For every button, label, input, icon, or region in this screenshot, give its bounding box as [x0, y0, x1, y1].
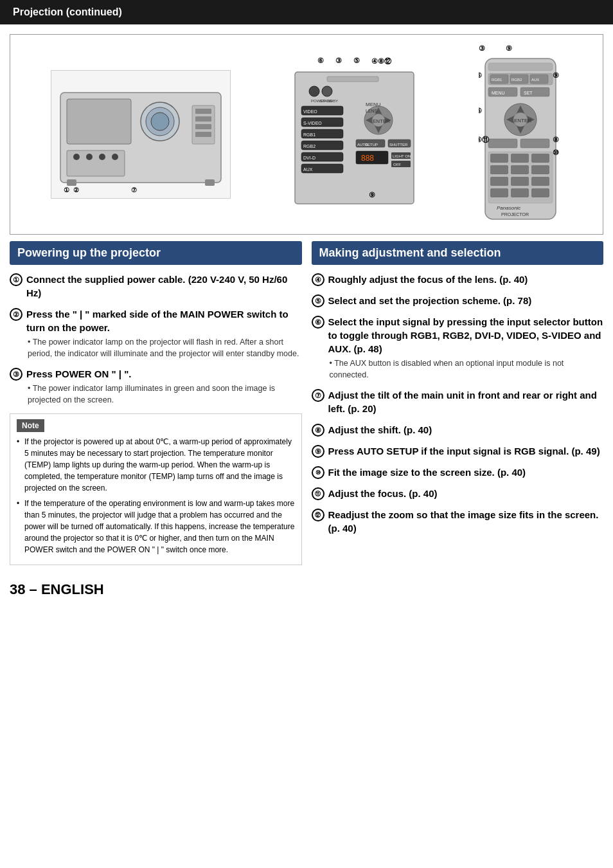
svg-text:Panasonic: Panasonic — [497, 205, 520, 211]
adj-item-10: ⑩ Fit the image size to the screen size.… — [312, 466, 604, 479]
adj-item-12: ⑫ Readjust the zoom so that the image si… — [312, 508, 604, 535]
svg-text:LENS: LENS — [366, 109, 378, 113]
svg-rect-60 — [488, 63, 553, 71]
power-item-2: ② Press the " | " marked side of the MAI… — [10, 307, 302, 359]
svg-text:⑨: ⑨ — [369, 191, 375, 199]
svg-text:MENU: MENU — [492, 91, 505, 95]
svg-text:888: 888 — [361, 154, 374, 163]
step-num-12: ⑫ — [312, 509, 324, 521]
step-num-11: ⑪ — [312, 487, 324, 500]
svg-rect-18 — [195, 124, 211, 129]
top-labels: ⑥ ③ ⑤ ④⑧⑫ — [292, 57, 417, 66]
svg-point-23 — [322, 86, 332, 96]
step-num-8: ⑧ — [312, 424, 324, 437]
step-num-1: ① — [10, 273, 22, 286]
svg-rect-79 — [488, 139, 517, 148]
svg-text:RGB2: RGB2 — [303, 144, 315, 149]
main-content: Powering up the projector ① Connect the … — [10, 241, 603, 572]
svg-rect-92 — [511, 188, 529, 197]
adj-item-7: ⑦ Adjust the tilt of the main unit in fr… — [312, 388, 604, 415]
svg-text:LIGHT ON: LIGHT ON — [393, 154, 411, 158]
step-bullet-6-0: The AUX button is disabled when an optio… — [330, 358, 604, 381]
svg-rect-83 — [511, 154, 529, 163]
note-label: Note — [17, 419, 44, 432]
svg-text:①: ① — [64, 186, 69, 194]
svg-text:PROJECTOR: PROJECTOR — [501, 212, 529, 217]
step-num-9: ⑨ — [312, 445, 324, 458]
svg-text:RGB1: RGB1 — [303, 132, 315, 137]
diagram-area: ① ② ⑦ ⑥ ③ ⑤ ④⑧⑫ POWER ON S — [10, 34, 603, 235]
powering-section: Powering up the projector ① Connect the … — [10, 241, 302, 572]
svg-rect-88 — [490, 177, 508, 186]
step-num-7: ⑦ — [312, 389, 324, 402]
svg-rect-86 — [511, 165, 529, 174]
svg-text:SHUTTER: SHUTTER — [389, 143, 408, 147]
remote-svg: RGB1 RGB2 AUX MENU SET ENTER — [479, 55, 562, 222]
svg-text:SET: SET — [524, 91, 533, 95]
step-title-2: Press the " | " marked side of the MAIN … — [26, 307, 302, 334]
step-title-3: Press POWER ON " | ". — [26, 367, 302, 381]
svg-rect-89 — [511, 177, 529, 186]
svg-text:⑨: ⑨ — [553, 71, 559, 79]
adj-item-11: ⑪ Adjust the focus. (p. 40) — [312, 487, 604, 500]
control-panel-svg: POWER ON STANDBY VIDEO S-VIDEO RGB1 RGB2… — [292, 69, 417, 210]
svg-point-9 — [112, 154, 118, 160]
remote-top-labels: ③ ⑨ — [479, 44, 562, 53]
svg-rect-91 — [490, 188, 508, 197]
svg-rect-21 — [327, 77, 378, 82]
step-title-12: Readjust the zoom so that the image size… — [328, 508, 604, 535]
svg-text:DVI-D: DVI-D — [303, 156, 315, 160]
svg-text:ENTER: ENTER — [514, 118, 531, 123]
svg-rect-17 — [195, 116, 211, 122]
svg-text:MENU: MENU — [366, 102, 381, 107]
svg-text:⑩: ⑩ — [553, 149, 559, 156]
step-bullet-3-0: The power indicator lamp illuminates in … — [28, 383, 302, 406]
svg-point-6 — [73, 154, 80, 160]
step-title-11: Adjust the focus. (p. 40) — [328, 487, 604, 500]
adj-item-8: ⑧ Adjust the shift. (p. 40) — [312, 423, 604, 437]
step-title-8: Adjust the shift. (p. 40) — [328, 423, 604, 437]
svg-rect-85 — [490, 165, 508, 174]
svg-rect-93 — [531, 188, 549, 197]
svg-text:OFF: OFF — [393, 163, 401, 167]
powering-header: Powering up the projector — [10, 241, 302, 265]
svg-text:AUX: AUX — [303, 167, 313, 172]
note-bullet-1: If the temperature of the operating envi… — [17, 498, 295, 556]
svg-text:②: ② — [73, 186, 79, 194]
step-num-2: ② — [10, 308, 22, 321]
svg-point-7 — [86, 154, 93, 160]
projector-diagram: ① ② ⑦ — [51, 70, 231, 199]
svg-point-22 — [309, 86, 319, 96]
svg-text:RGB1: RGB1 — [492, 78, 502, 82]
adj-item-6: ⑥ Select the input signal by pressing th… — [312, 315, 604, 381]
svg-rect-82 — [490, 154, 508, 163]
svg-text:⑧: ⑧ — [553, 136, 559, 143]
svg-text:⑥: ⑥ — [479, 71, 482, 79]
step-title-7: Adjust the tilt of the main unit in fron… — [328, 388, 604, 415]
step-title-4: Roughly adjust the focus of the lens. (p… — [328, 273, 604, 286]
step-num-4: ④ — [312, 273, 324, 286]
svg-text:SETUP: SETUP — [365, 143, 378, 147]
adj-item-4: ④ Roughly adjust the focus of the lens. … — [312, 273, 604, 286]
svg-rect-16 — [195, 109, 211, 114]
page-header: Projection (continued) — [0, 0, 613, 24]
svg-text:RGB2: RGB2 — [511, 78, 522, 82]
svg-rect-84 — [531, 154, 549, 163]
svg-rect-11 — [205, 179, 215, 186]
step-num-10: ⑩ — [312, 466, 324, 479]
power-item-3: ③ Press POWER ON " | ". The power indica… — [10, 367, 302, 406]
adj-item-9: ⑨ Press AUTO SETUP if the input signal i… — [312, 444, 604, 458]
note-bullet-0: If the projector is powered up at about … — [17, 436, 295, 494]
step-title-10: Fit the image size to the screen size. (… — [328, 466, 604, 479]
adj-item-5: ⑤ Select and set the projection scheme. … — [312, 294, 604, 307]
svg-text:VIDEO: VIDEO — [303, 109, 317, 114]
header-title: Projection (continued) — [13, 6, 122, 17]
adjustment-section: Making adjustment and selection ④ Roughl… — [312, 241, 604, 572]
step-num-3: ③ — [10, 368, 22, 381]
svg-text:ENTER: ENTER — [373, 118, 390, 124]
note-box: Note If the projector is powered up at a… — [10, 413, 302, 565]
step-bullet-2-0: The power indicator lamp on the projecto… — [28, 337, 302, 359]
svg-rect-10 — [67, 179, 76, 186]
page-footer: 38 – ENGLISH — [10, 581, 603, 598]
adjustment-header: Making adjustment and selection — [312, 241, 604, 265]
